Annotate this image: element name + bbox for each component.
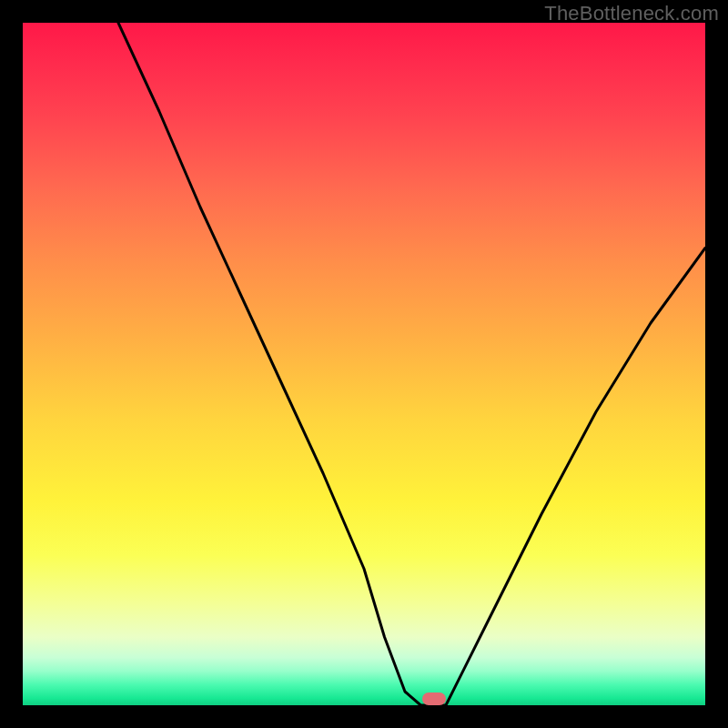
watermark-text: TheBottleneck.com (544, 2, 719, 25)
chart-frame: TheBottleneck.com (0, 0, 728, 728)
optimal-marker (422, 693, 446, 705)
curve-path (118, 23, 705, 705)
plot-area (23, 23, 705, 705)
bottleneck-curve (23, 23, 705, 705)
